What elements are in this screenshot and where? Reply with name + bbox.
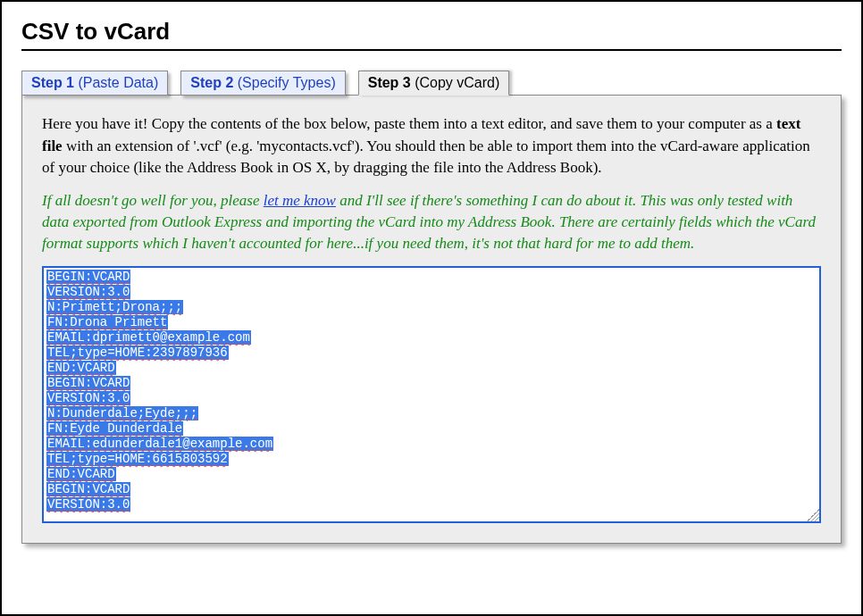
content-panel: Here you have it! Copy the contents of t… — [21, 95, 842, 544]
tab-step-2[interactable]: Step 2 (Specify Types) — [180, 71, 345, 96]
vcard-line: TEL;type=HOME:6615803592 — [46, 452, 817, 467]
instructions-pre: Here you have it! Copy the contents of t… — [42, 115, 776, 132]
instructions-post: with an extension of '.vcf' (e.g. 'mycon… — [42, 137, 810, 177]
tab-step-1[interactable]: Step 1 (Paste Data) — [21, 71, 168, 96]
vcard-line: TEL;type=HOME:2397897936 — [46, 345, 817, 361]
tab-step-number: Step 2 — [190, 75, 233, 90]
vcard-line: N:Primett;Drona;;; — [46, 300, 817, 315]
app-window: CSV to vCard Step 1 (Paste Data) Step 2 … — [0, 0, 863, 616]
vcard-line: BEGIN:VCARD — [46, 270, 817, 285]
let-me-know-link[interactable]: let me know — [264, 192, 336, 209]
tab-step-label: (Copy vCard) — [415, 75, 499, 90]
vcard-line: FN:Eyde Dunderdale — [46, 421, 817, 437]
vcard-line: VERSION:3.0 — [46, 285, 817, 300]
tab-step-label: (Specify Types) — [238, 75, 336, 90]
tab-step-number: Step 3 — [368, 75, 411, 90]
vcard-line: FN:Drona Primett — [46, 315, 817, 330]
instructions-text: Here you have it! Copy the contents of t… — [42, 113, 821, 179]
tab-step-label: (Paste Data) — [78, 75, 158, 90]
vcard-line: VERSION:3.0 — [46, 497, 817, 512]
vcard-line: BEGIN:VCARD — [46, 376, 817, 391]
vcard-line: VERSION:3.0 — [46, 391, 817, 406]
tab-step-3[interactable]: Step 3 (Copy vCard) — [358, 71, 510, 96]
vcard-line: BEGIN:VCARD — [46, 482, 817, 497]
vcard-line: END:VCARD — [46, 361, 817, 376]
vcard-line: N:Dunderdale;Eyde;;; — [46, 406, 817, 421]
tab-step-number: Step 1 — [31, 75, 74, 90]
note-text: If all doesn't go well for you, please l… — [42, 190, 821, 254]
title-divider — [21, 49, 842, 51]
tab-bar: Step 1 (Paste Data) Step 2 (Specify Type… — [21, 71, 842, 96]
vcard-output[interactable]: BEGIN:VCARDVERSION:3.0N:Primett;Drona;;;… — [42, 266, 821, 523]
vcard-line: END:VCARD — [46, 467, 817, 482]
page-title: CSV to vCard — [21, 18, 842, 46]
vcard-line: EMAIL:dprimett0@example.com — [46, 330, 817, 345]
vcard-line: EMAIL:edunderdale1@example.com — [46, 437, 817, 452]
note-pre: If all doesn't go well for you, please — [42, 192, 264, 209]
